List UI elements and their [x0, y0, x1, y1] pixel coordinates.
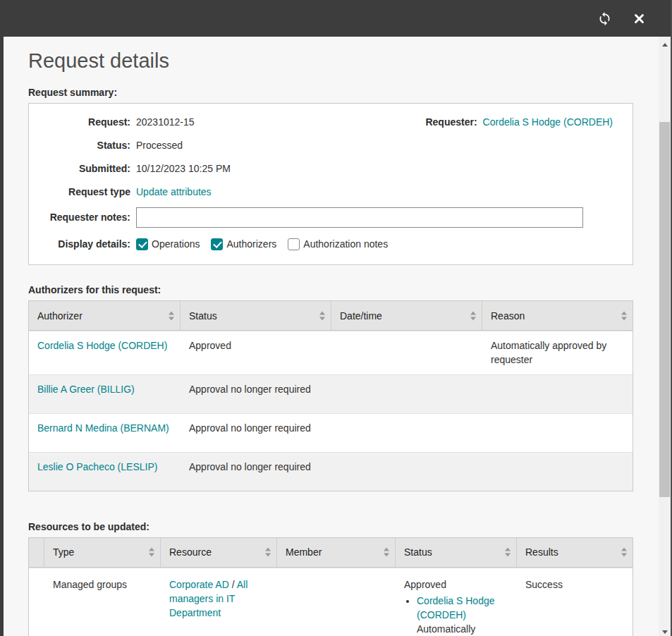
- submitted-label: Submitted:: [29, 163, 136, 174]
- requester-label: Requester:: [425, 116, 482, 128]
- resource-separator: /: [229, 579, 237, 590]
- scroll-down-icon: [662, 630, 668, 634]
- authorizer-status: Approved: [181, 331, 331, 374]
- sort-icon: [169, 311, 174, 320]
- status-detail-item: Cordelia S Hodge (CORDEH) Automatically …: [417, 594, 508, 636]
- submitted-value: 10/12/2023 10:25 PM: [136, 163, 231, 174]
- dialog-content: Request details Request summary: Request…: [4, 37, 659, 636]
- column-header-authorizer[interactable]: Authorizer: [29, 301, 181, 330]
- resource-status: Approved: [404, 577, 508, 592]
- page-title: Request details: [28, 49, 659, 73]
- authorizers-checkbox-icon[interactable]: [211, 238, 223, 250]
- sort-icon: [505, 548, 511, 557]
- authorizer-link[interactable]: Bernard N Medina (BERNAM): [37, 422, 169, 434]
- authorizer-link[interactable]: Leslie O Pacheco (LESLIP): [37, 461, 157, 472]
- refresh-button[interactable]: [597, 11, 612, 26]
- close-icon: [633, 13, 645, 25]
- requester-notes-label: Requester notes:: [29, 212, 136, 223]
- operations-checkbox-icon[interactable]: [136, 238, 148, 250]
- authorization-notes-checkbox-icon[interactable]: [288, 238, 300, 250]
- authorizer-status: Approval no longer required: [181, 375, 331, 413]
- authorizer-datetime: [331, 414, 482, 452]
- row-select-cell: [29, 568, 44, 636]
- checkbox-authorizers[interactable]: Authorizers: [211, 238, 276, 250]
- checkbox-authorization-notes[interactable]: Authorization notes: [288, 238, 388, 250]
- authorizer-link[interactable]: Billie A Greer (BILLIG): [37, 384, 135, 395]
- column-header-results[interactable]: Results: [517, 538, 633, 567]
- table-row: Leslie O Pacheco (LESLIP) Approval no lo…: [29, 452, 633, 491]
- table-row: Cordelia S Hodge (CORDEH) Approved Autom…: [29, 331, 633, 374]
- authorizer-reason: [482, 375, 633, 413]
- resource-results: Success: [517, 568, 633, 636]
- requester-notes-input[interactable]: [136, 207, 583, 228]
- sort-icon: [621, 311, 627, 320]
- authorizer-datetime: [331, 453, 482, 491]
- authorizer-link[interactable]: Cordelia S Hodge (CORDEH): [37, 340, 167, 351]
- resource-parent-link[interactable]: Corporate AD: [169, 579, 229, 590]
- column-header-select: [29, 538, 44, 567]
- authorization-notes-checkbox-label: Authorization notes: [303, 238, 388, 250]
- dialog-titlebar: [0, 0, 672, 37]
- authorizer-datetime: [331, 375, 482, 413]
- request-summary-panel: Request: 20231012-15 Requester: Cordelia…: [28, 103, 633, 265]
- table-row: Managed groups Corporate AD / All manage…: [29, 568, 633, 636]
- sort-icon: [470, 311, 476, 320]
- column-header-resource[interactable]: Resource: [161, 538, 277, 567]
- request-value: 20231012-15: [136, 116, 195, 128]
- authorizers-table: Authorizer Status Date/time Reason Corde…: [28, 300, 633, 491]
- column-header-reason[interactable]: Reason: [482, 301, 633, 330]
- sort-icon: [265, 548, 271, 557]
- authorizer-status: Approval no longer required: [181, 453, 331, 491]
- authorizer-status: Approval no longer required: [181, 414, 331, 452]
- column-header-member[interactable]: Member: [277, 538, 396, 567]
- request-summary-heading: Request summary:: [28, 87, 659, 98]
- column-header-status[interactable]: Status: [396, 538, 517, 567]
- sort-icon: [319, 311, 325, 320]
- status-label: Status:: [29, 140, 136, 151]
- authorizers-table-header: Authorizer Status Date/time Reason: [29, 301, 633, 331]
- scroll-up-icon: [662, 43, 668, 47]
- status-note: Automatically approved by requester: [417, 622, 508, 636]
- authorizers-checkbox-label: Authorizers: [226, 238, 276, 250]
- operations-checkbox-label: Operations: [152, 238, 200, 250]
- column-header-datetime[interactable]: Date/time: [331, 301, 482, 330]
- authorizer-reason: [482, 414, 633, 452]
- status-value: Processed: [136, 140, 183, 151]
- resources-table: Type Resource Member Status Results M: [28, 537, 633, 636]
- sort-icon: [621, 548, 627, 557]
- requester-link[interactable]: Cordelia S Hodge (CORDEH): [483, 116, 613, 128]
- resource-member: [277, 568, 396, 636]
- request-type-label: Request type: [29, 186, 136, 197]
- authorizers-heading: Authorizers for this request:: [28, 284, 659, 295]
- sort-icon: [149, 548, 154, 557]
- authorizer-reason: [482, 453, 633, 491]
- authorizer-reason: Automatically approved by requester: [482, 331, 633, 374]
- request-label: Request:: [29, 116, 136, 128]
- table-row: Bernard N Medina (BERNAM) Approval no lo…: [29, 413, 633, 452]
- scroll-up-button[interactable]: [659, 37, 671, 49]
- resource-type: Managed groups: [44, 568, 161, 636]
- resource-status-cell: Approved Cordelia S Hodge (CORDEH) Autom…: [396, 568, 517, 636]
- resource-cell: Corporate AD / All managers in IT Depart…: [161, 568, 277, 636]
- scrollbar-thumb[interactable]: [659, 122, 670, 497]
- scroll-down-button[interactable]: [659, 624, 671, 636]
- resources-table-header: Type Resource Member Status Results: [29, 538, 633, 568]
- status-authorizer-link[interactable]: Cordelia S Hodge (CORDEH): [417, 595, 495, 620]
- authorizer-datetime: [331, 331, 482, 374]
- close-button[interactable]: [633, 13, 645, 25]
- display-details-label: Display details:: [29, 238, 136, 250]
- column-header-status[interactable]: Status: [181, 301, 331, 330]
- request-type-link[interactable]: Update attributes: [136, 186, 212, 197]
- window-left-edge: [0, 0, 4, 636]
- checkbox-operations[interactable]: Operations: [136, 238, 200, 250]
- column-header-type[interactable]: Type: [44, 538, 161, 567]
- vertical-scrollbar[interactable]: [659, 37, 671, 636]
- resources-heading: Resources to be updated:: [28, 521, 659, 532]
- sort-icon: [384, 548, 389, 557]
- refresh-icon: [597, 11, 612, 26]
- table-row: Billie A Greer (BILLIG) Approval no long…: [29, 374, 633, 413]
